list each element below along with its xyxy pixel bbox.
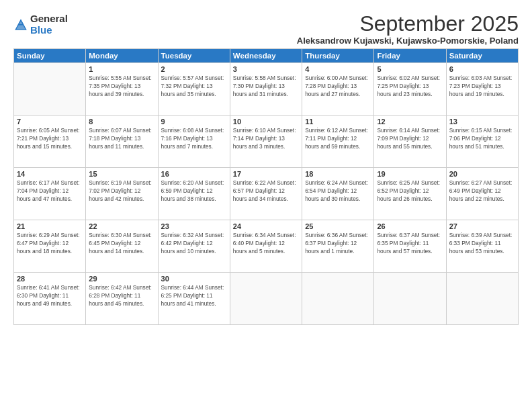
week-row-2: 7Sunrise: 6:05 AM Sunset: 7:21 PM Daylig… bbox=[14, 116, 519, 168]
header-row: General Blue September 2025 Aleksandrow … bbox=[13, 12, 519, 46]
week-row-5: 28Sunrise: 6:41 AM Sunset: 6:30 PM Dayli… bbox=[14, 273, 519, 325]
day-cell: 9Sunrise: 6:08 AM Sunset: 7:16 PM Daylig… bbox=[158, 116, 230, 168]
day-cell: 24Sunrise: 6:34 AM Sunset: 6:40 PM Dayli… bbox=[230, 220, 302, 273]
day-cell: 4Sunrise: 6:00 AM Sunset: 7:28 PM Daylig… bbox=[302, 63, 374, 116]
day-info: Sunrise: 6:37 AM Sunset: 6:35 PM Dayligh… bbox=[377, 231, 443, 255]
day-number: 8 bbox=[89, 118, 154, 126]
title-block: September 2025 Aleksandrow Kujawski, Kuj… bbox=[297, 12, 519, 46]
day-cell: 29Sunrise: 6:42 AM Sunset: 6:28 PM Dayli… bbox=[86, 273, 158, 325]
day-info: Sunrise: 5:57 AM Sunset: 7:32 PM Dayligh… bbox=[161, 74, 227, 98]
day-cell: 1Sunrise: 5:55 AM Sunset: 7:35 PM Daylig… bbox=[86, 63, 158, 116]
day-info: Sunrise: 6:02 AM Sunset: 7:25 PM Dayligh… bbox=[377, 74, 443, 98]
day-info: Sunrise: 6:20 AM Sunset: 6:59 PM Dayligh… bbox=[161, 179, 227, 203]
day-info: Sunrise: 6:05 AM Sunset: 7:21 PM Dayligh… bbox=[17, 126, 83, 150]
day-number: 12 bbox=[377, 118, 443, 126]
day-info: Sunrise: 6:42 AM Sunset: 6:28 PM Dayligh… bbox=[89, 283, 154, 308]
day-cell bbox=[374, 273, 446, 325]
day-number: 29 bbox=[89, 275, 154, 283]
day-cell bbox=[230, 273, 302, 325]
day-info: Sunrise: 5:55 AM Sunset: 7:35 PM Dayligh… bbox=[89, 74, 154, 98]
day-info: Sunrise: 6:15 AM Sunset: 7:06 PM Dayligh… bbox=[449, 126, 515, 150]
svg-rect-2 bbox=[19, 24, 24, 25]
day-number: 7 bbox=[17, 118, 83, 126]
week-row-4: 21Sunrise: 6:29 AM Sunset: 6:47 PM Dayli… bbox=[14, 220, 519, 273]
day-cell: 26Sunrise: 6:37 AM Sunset: 6:35 PM Dayli… bbox=[374, 220, 446, 273]
day-number: 14 bbox=[17, 170, 83, 178]
day-number: 25 bbox=[305, 222, 371, 230]
day-cell bbox=[14, 63, 86, 116]
day-number: 24 bbox=[233, 222, 299, 230]
day-info: Sunrise: 6:44 AM Sunset: 6:25 PM Dayligh… bbox=[161, 283, 227, 308]
day-cell bbox=[302, 273, 374, 325]
day-cell: 12Sunrise: 6:14 AM Sunset: 7:09 PM Dayli… bbox=[374, 116, 446, 168]
day-number: 26 bbox=[377, 222, 443, 230]
day-number: 21 bbox=[17, 222, 83, 230]
col-tuesday: Tuesday bbox=[158, 49, 230, 63]
col-friday: Friday bbox=[374, 49, 446, 63]
day-cell: 15Sunrise: 6:19 AM Sunset: 7:02 PM Dayli… bbox=[86, 168, 158, 220]
day-info: Sunrise: 6:22 AM Sunset: 6:57 PM Dayligh… bbox=[233, 179, 299, 203]
day-cell: 19Sunrise: 6:25 AM Sunset: 6:52 PM Dayli… bbox=[374, 168, 446, 220]
day-cell: 16Sunrise: 6:20 AM Sunset: 6:59 PM Dayli… bbox=[158, 168, 230, 220]
week-row-1: 1Sunrise: 5:55 AM Sunset: 7:35 PM Daylig… bbox=[14, 63, 519, 116]
logo-blue: Blue bbox=[30, 25, 68, 36]
day-cell bbox=[446, 273, 518, 325]
day-cell: 21Sunrise: 6:29 AM Sunset: 6:47 PM Dayli… bbox=[14, 220, 86, 273]
logo: General Blue bbox=[13, 13, 68, 36]
day-cell: 3Sunrise: 5:58 AM Sunset: 7:30 PM Daylig… bbox=[230, 63, 302, 116]
day-info: Sunrise: 6:10 AM Sunset: 7:14 PM Dayligh… bbox=[233, 126, 299, 150]
day-number: 17 bbox=[233, 170, 299, 178]
day-cell: 13Sunrise: 6:15 AM Sunset: 7:06 PM Dayli… bbox=[446, 116, 518, 168]
logo-icon bbox=[13, 17, 28, 32]
day-cell: 10Sunrise: 6:10 AM Sunset: 7:14 PM Dayli… bbox=[230, 116, 302, 168]
logo-text: General Blue bbox=[30, 13, 68, 36]
day-cell: 17Sunrise: 6:22 AM Sunset: 6:57 PM Dayli… bbox=[230, 168, 302, 220]
day-number: 18 bbox=[305, 170, 371, 178]
day-info: Sunrise: 6:19 AM Sunset: 7:02 PM Dayligh… bbox=[89, 179, 154, 203]
day-number: 27 bbox=[449, 222, 515, 230]
day-cell: 6Sunrise: 6:03 AM Sunset: 7:23 PM Daylig… bbox=[446, 63, 518, 116]
day-cell: 25Sunrise: 6:36 AM Sunset: 6:37 PM Dayli… bbox=[302, 220, 374, 273]
col-thursday: Thursday bbox=[302, 49, 374, 63]
day-info: Sunrise: 6:17 AM Sunset: 7:04 PM Dayligh… bbox=[17, 179, 83, 203]
day-info: Sunrise: 6:03 AM Sunset: 7:23 PM Dayligh… bbox=[449, 74, 515, 98]
day-info: Sunrise: 6:24 AM Sunset: 6:54 PM Dayligh… bbox=[305, 179, 371, 203]
day-number: 11 bbox=[305, 118, 371, 126]
day-cell: 28Sunrise: 6:41 AM Sunset: 6:30 PM Dayli… bbox=[14, 273, 86, 325]
day-info: Sunrise: 6:36 AM Sunset: 6:37 PM Dayligh… bbox=[305, 231, 371, 255]
col-monday: Monday bbox=[86, 49, 158, 63]
day-info: Sunrise: 6:41 AM Sunset: 6:30 PM Dayligh… bbox=[17, 283, 83, 308]
col-wednesday: Wednesday bbox=[230, 49, 302, 63]
day-number: 4 bbox=[305, 65, 371, 73]
day-number: 13 bbox=[449, 118, 515, 126]
day-number: 15 bbox=[89, 170, 154, 178]
day-info: Sunrise: 6:29 AM Sunset: 6:47 PM Dayligh… bbox=[17, 231, 83, 255]
day-info: Sunrise: 6:32 AM Sunset: 6:42 PM Dayligh… bbox=[161, 231, 227, 255]
day-cell: 7Sunrise: 6:05 AM Sunset: 7:21 PM Daylig… bbox=[14, 116, 86, 168]
day-cell: 18Sunrise: 6:24 AM Sunset: 6:54 PM Dayli… bbox=[302, 168, 374, 220]
month-title: September 2025 bbox=[297, 12, 519, 36]
day-number: 20 bbox=[449, 170, 515, 178]
day-cell: 14Sunrise: 6:17 AM Sunset: 7:04 PM Dayli… bbox=[14, 168, 86, 220]
day-info: Sunrise: 6:14 AM Sunset: 7:09 PM Dayligh… bbox=[377, 126, 443, 150]
day-number: 5 bbox=[377, 65, 443, 73]
logo-general: General bbox=[30, 13, 68, 25]
day-number: 10 bbox=[233, 118, 299, 126]
day-number: 3 bbox=[233, 65, 299, 73]
day-number: 16 bbox=[161, 170, 227, 178]
day-cell: 2Sunrise: 5:57 AM Sunset: 7:32 PM Daylig… bbox=[158, 63, 230, 116]
day-number: 9 bbox=[161, 118, 227, 126]
week-row-3: 14Sunrise: 6:17 AM Sunset: 7:04 PM Dayli… bbox=[14, 168, 519, 220]
day-info: Sunrise: 6:25 AM Sunset: 6:52 PM Dayligh… bbox=[377, 179, 443, 203]
day-number: 1 bbox=[89, 65, 154, 73]
day-number: 28 bbox=[17, 275, 83, 283]
day-cell: 11Sunrise: 6:12 AM Sunset: 7:11 PM Dayli… bbox=[302, 116, 374, 168]
day-info: Sunrise: 6:08 AM Sunset: 7:16 PM Dayligh… bbox=[161, 126, 227, 150]
day-info: Sunrise: 6:30 AM Sunset: 6:45 PM Dayligh… bbox=[89, 231, 154, 255]
day-number: 19 bbox=[377, 170, 443, 178]
day-info: Sunrise: 6:39 AM Sunset: 6:33 PM Dayligh… bbox=[449, 231, 515, 255]
day-info: Sunrise: 6:07 AM Sunset: 7:18 PM Dayligh… bbox=[89, 126, 154, 150]
day-number: 2 bbox=[161, 65, 227, 73]
day-number: 22 bbox=[89, 222, 154, 230]
day-cell: 23Sunrise: 6:32 AM Sunset: 6:42 PM Dayli… bbox=[158, 220, 230, 273]
